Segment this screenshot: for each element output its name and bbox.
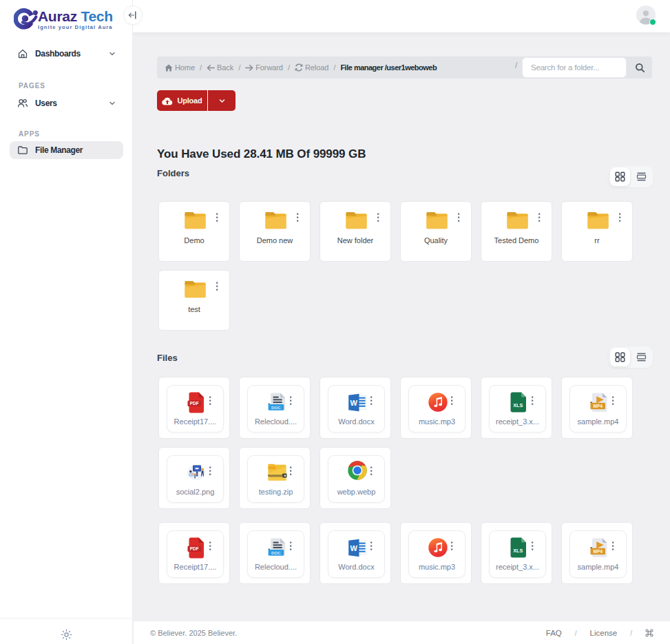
svg-text:W: W (350, 399, 357, 407)
svg-text:XLS: XLS (513, 548, 523, 554)
svg-text:PDF: PDF (190, 546, 199, 551)
svg-text:MP4: MP4 (593, 549, 603, 554)
svg-text:XLS: XLS (513, 402, 523, 408)
svg-text:MP4: MP4 (593, 404, 603, 408)
svg-text:DOC: DOC (271, 550, 281, 555)
svg-text:DOC: DOC (271, 405, 281, 410)
svg-text:W: W (350, 544, 357, 552)
svg-text:PDF: PDF (190, 401, 199, 406)
